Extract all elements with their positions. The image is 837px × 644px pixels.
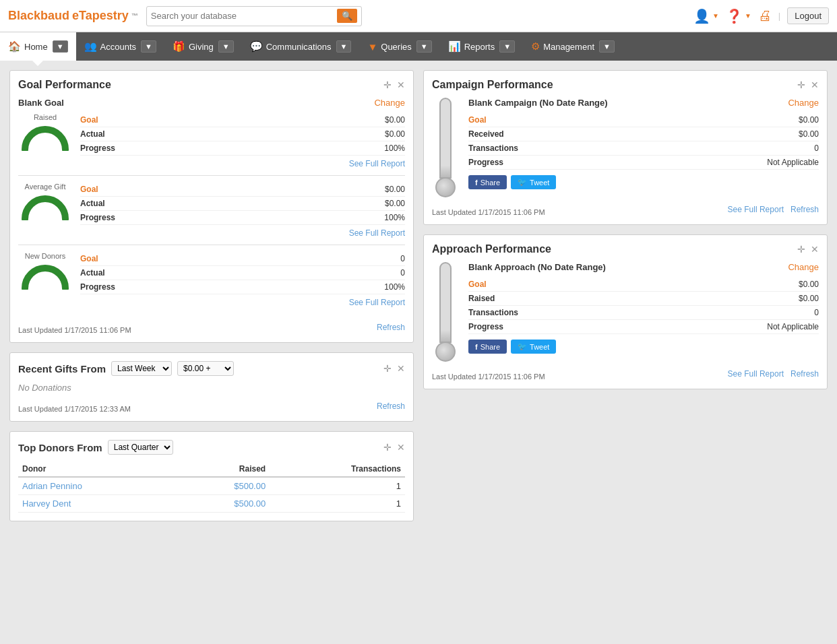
recent-gifts-widget: Recent Gifts From Last Week Last Month L… [9,352,414,422]
goal-move-icon[interactable]: ✛ [383,79,392,90]
logout-button[interactable]: Logout [787,7,829,24]
approach-share-label: Share [480,343,500,351]
home-dropdown-button[interactable]: ▼ [53,40,68,53]
donors-gauge-label: New Donors [25,252,66,260]
campaign-goal-label[interactable]: Goal [468,115,487,125]
avg-gauge-svg [22,193,69,220]
raised-actual-row: Actual $0.00 [80,127,405,141]
campaign-change-link[interactable]: Change [788,98,819,108]
communications-dropdown-button[interactable]: ▼ [336,40,352,53]
approach-see-full-link[interactable]: See Full Report [728,369,784,379]
print-button[interactable]: 🖨 [758,8,772,24]
avg-goal-row: Goal $0.00 [80,183,405,197]
donors-stats: Goal 0 Actual 0 Progress 100% See Full [80,252,405,307]
donors-see-full: See Full Report [80,297,405,307]
campaign-tweet-button[interactable]: 🐦 Tweet [511,175,556,189]
main-content: Goal Performance ✛ ✕ Blank Goal Change R… [0,61,837,531]
top-donors-move-icon[interactable]: ✛ [383,442,392,453]
giving-dropdown-button[interactable]: ▼ [218,40,234,53]
campaign-title: Campaign Performance [432,79,553,91]
search-input[interactable] [151,11,337,21]
nav-item-queries[interactable]: ▼ Queries ▼ [359,32,439,61]
donors-progress-row: Progress 100% [80,280,405,294]
goal-blank-label: Blank Goal [18,98,64,108]
avg-gauge: Average Gift [18,183,72,220]
accounts-dropdown-button[interactable]: ▼ [141,40,156,53]
nav-item-giving[interactable]: 🎁 Giving ▼ [164,32,242,61]
recent-gifts-footer: Last Updated 1/17/2015 12:33 AM Refresh [18,399,405,413]
donor-link[interactable]: Adrian Pennino [22,481,82,491]
management-dropdown-button[interactable]: ▼ [599,40,615,53]
raised-goal-label[interactable]: Goal [80,115,98,125]
nav-label-communications: Communications [266,42,332,52]
search-bar: 🔍 [146,6,362,26]
goal-avg-content: Average Gift Goal $0.00 Actual [18,183,405,238]
goal-close-icon[interactable]: ✕ [397,79,405,90]
approach-close-icon[interactable]: ✕ [811,244,819,255]
avg-see-full-link[interactable]: See Full Report [349,228,405,238]
campaign-content: Blank Campaign (No Date Range) Change Go… [432,98,819,197]
recent-gifts-refresh-link[interactable]: Refresh [377,401,405,411]
nav-item-accounts[interactable]: 👥 Accounts ▼ [76,32,164,61]
help-menu-arrow: ▼ [745,12,751,20]
approach-controls: ✛ ✕ [797,244,819,255]
nav-label-queries: Queries [381,42,412,52]
donor-transactions: 1 [270,495,405,513]
help-menu[interactable]: ❓ ▼ [726,8,751,24]
recent-gifts-close-icon[interactable]: ✕ [397,363,405,374]
avg-goal-label[interactable]: Goal [80,185,98,194]
nav-item-home[interactable]: 🏠 Home ▼ [0,32,76,61]
right-column: Campaign Performance ✛ ✕ Blank Campaign … [423,70,828,521]
campaign-refresh-link[interactable]: Refresh [790,205,819,214]
logo-text: Blackbaud [8,9,69,23]
recent-gifts-period-select[interactable]: Last Week Last Month Last Year [111,361,172,376]
avg-gauge-label: Average Gift [25,183,66,191]
recent-gifts-title: Recent Gifts From [18,363,106,375]
recent-gifts-amount-select[interactable]: $0.00 + $10.00 + $100.00 + [177,361,234,376]
nav-bar: 🏠 Home ▼ 👥 Accounts ▼ 🎁 Giving ▼ 💬 Commu… [0,32,837,61]
campaign-see-full-link[interactable]: See Full Report [728,205,784,214]
goal-raised-section: Blank Goal Change Raised Goal [18,98,405,176]
donors-goal-label[interactable]: Goal [80,254,98,263]
approach-progress-value: Not Applicable [767,322,819,331]
recent-gifts-move-icon[interactable]: ✛ [383,363,392,374]
donors-actual-value: 0 [400,268,405,278]
approach-footer: Last Updated 1/17/2015 11:06 PM See Full… [432,367,819,381]
nav-item-management[interactable]: ⚙ Management ▼ [523,32,623,61]
avg-progress-row: Progress 100% [80,211,405,225]
avg-goal-value: $0.00 [385,185,405,194]
top-donors-period-select[interactable]: Last Quarter Last Month Last Year [108,440,173,455]
reports-dropdown-button[interactable]: ▼ [499,40,515,53]
approach-change-link[interactable]: Change [788,262,819,272]
approach-goal-label[interactable]: Goal [468,280,487,289]
approach-move-icon[interactable]: ✛ [797,244,805,255]
approach-name: Blank Approach (No Date Range) [468,262,606,272]
user-menu[interactable]: 👤 ▼ [693,8,719,24]
raised-see-full-link[interactable]: See Full Report [349,159,405,168]
approach-twitter-icon: 🐦 [518,342,527,351]
nav-item-reports[interactable]: 📊 Reports ▼ [440,32,523,61]
search-button[interactable]: 🔍 [337,9,357,23]
approach-tweet-button[interactable]: 🐦 Tweet [511,340,556,354]
queries-dropdown-button[interactable]: ▼ [416,40,432,53]
approach-refresh-link[interactable]: Refresh [790,369,819,379]
approach-thermometer [432,262,459,362]
raised-gauge: Raised [18,113,72,151]
top-donors-close-icon[interactable]: ✕ [397,442,405,453]
approach-transactions-label: Transactions [468,308,518,317]
approach-share-button[interactable]: f Share [468,340,507,354]
goal-refresh-link[interactable]: Refresh [377,323,405,332]
campaign-title-row: Blank Campaign (No Date Range) Change [468,98,819,108]
recent-gifts-header: Recent Gifts From Last Week Last Month L… [18,361,405,376]
nav-item-communications[interactable]: 💬 Communications ▼ [242,32,360,61]
campaign-close-icon[interactable]: ✕ [811,79,819,90]
goal-raised-change-link[interactable]: Change [374,98,405,108]
goal-donors-content: New Donors Goal 0 Actual 0 [18,252,405,307]
campaign-move-icon[interactable]: ✛ [797,79,805,90]
donor-link[interactable]: Harvey Dent [22,498,71,509]
donors-col-raised: Raised [177,461,270,477]
facebook-icon: f [475,179,478,187]
campaign-share-button[interactable]: f Share [468,175,507,189]
nav-label-reports: Reports [464,42,495,52]
donors-see-full-link[interactable]: See Full Report [349,298,405,307]
